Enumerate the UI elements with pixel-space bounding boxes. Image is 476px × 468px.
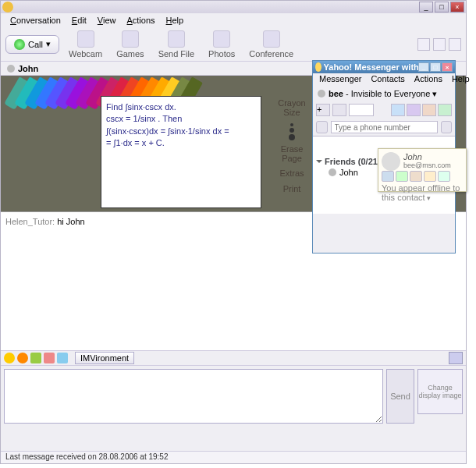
ym-sms-button[interactable] — [332, 104, 346, 116]
ym-app-icon — [315, 62, 321, 72]
sendfile-button[interactable]: Send File — [154, 29, 199, 60]
crayon-size-button[interactable]: Crayon Size — [274, 99, 310, 117]
message-input[interactable] — [4, 369, 383, 424]
erase-page-button[interactable]: Erase Page — [274, 145, 310, 163]
ym-menu-messenger[interactable]: Messenger — [316, 74, 364, 85]
crayon-palette[interactable] — [5, 76, 307, 96]
imvironment-button[interactable]: IMVironment — [75, 352, 134, 364]
radio-icon[interactable] — [422, 104, 436, 116]
im-icon[interactable] — [382, 171, 394, 182]
status-bar: Last message received on 28.08.2006 at 1… — [1, 451, 466, 463]
options-icon[interactable] — [449, 38, 461, 51]
whiteboard-controls: Crayon Size Erase Page Extras Print — [274, 99, 310, 200]
ym-title-text: Yahoo! Messenger with Voice (BETA) — [324, 62, 418, 72]
font-icon[interactable] — [44, 353, 55, 363]
send-button[interactable]: Send — [386, 369, 414, 424]
wb-line: Find ∫sinx·cscx dx. — [106, 101, 256, 113]
chevron-down-icon: ▾ — [46, 39, 51, 49]
conference-button[interactable]: Conference — [244, 29, 298, 60]
ym-search-input[interactable] — [349, 104, 374, 116]
wb-line: cscx = 1/sinx . Then — [106, 113, 256, 125]
ym-maximize-button[interactable]: □ — [430, 62, 441, 72]
add-contact-button[interactable]: + — [316, 104, 330, 116]
phone-number-input[interactable] — [331, 121, 438, 133]
participant-name: John — [18, 64, 38, 73]
contact-name: John — [339, 168, 358, 177]
whiteboard[interactable]: Find ∫sinx·cscx dx. cscx = 1/sinx . Then… — [101, 96, 261, 208]
ym-menu-contacts[interactable]: Contacts — [368, 74, 407, 85]
app-icon — [2, 2, 13, 12]
phone-icon — [14, 39, 25, 50]
calendar-icon[interactable] — [407, 104, 421, 116]
wb-line: = ∫1·dx = x + C. — [106, 137, 256, 149]
call-label: Call — [28, 40, 43, 49]
menu-view[interactable]: View — [93, 15, 121, 26]
games-button[interactable]: Games — [112, 29, 148, 60]
minimize-button[interactable]: _ — [419, 2, 433, 12]
menu-help[interactable]: Help — [162, 15, 189, 26]
phone-dial-button[interactable] — [441, 121, 453, 133]
ym-menubar: Messenger Contacts Actions Help — [313, 73, 455, 86]
buzz-icon[interactable] — [30, 353, 41, 363]
ym-status-row[interactable]: bee - Invisible to Everyone ▾ — [313, 86, 455, 101]
more-icon[interactable] — [424, 171, 436, 182]
contact-tooltip: John bee@msn.com You appear offline to t… — [378, 148, 467, 192]
menu-actions[interactable]: Actions — [122, 15, 159, 26]
menu-edit[interactable]: Edit — [67, 15, 91, 26]
ym-presence-icon — [318, 90, 325, 98]
format-bar: IMVironment — [1, 350, 466, 366]
ym-menu-help[interactable]: Help — [449, 74, 473, 85]
menu-conversation[interactable]: CConversationonversation — [5, 15, 66, 26]
conference-icon — [263, 30, 280, 48]
favorite-icon[interactable] — [433, 38, 446, 51]
photos-button[interactable]: Photos — [204, 29, 240, 60]
close-button[interactable]: × — [450, 2, 464, 12]
launchcast-icon[interactable] — [438, 104, 452, 116]
maximize-button[interactable]: □ — [435, 2, 449, 12]
print-button[interactable]: Print — [274, 185, 310, 194]
games-icon — [122, 30, 139, 48]
call-button[interactable]: Call ▾ — [5, 35, 59, 54]
menubar: CConversationonversation Edit View Actio… — [1, 13, 466, 27]
emoticon-icon[interactable] — [17, 353, 28, 363]
ym-toolbar: + — [313, 101, 455, 119]
video-icon[interactable] — [410, 171, 422, 182]
smiley-icon[interactable] — [4, 353, 15, 363]
message-text: hi John — [57, 217, 84, 226]
user-picture-icon[interactable] — [449, 352, 463, 364]
avatar — [382, 152, 400, 171]
input-area: Send Change display image — [1, 366, 466, 427]
message-sender: Helen_Tutor: — [5, 217, 55, 226]
sendfile-icon — [168, 30, 185, 48]
change-display-image[interactable]: Change display image — [417, 369, 463, 414]
webcam-button[interactable]: Webcam — [64, 29, 107, 60]
mail-icon[interactable] — [391, 104, 405, 116]
webcam-icon — [77, 30, 94, 48]
titlebar[interactable]: _ □ × — [1, 1, 466, 13]
color-icon[interactable] — [57, 353, 68, 363]
tooltip-email: bee@msn.com — [403, 161, 463, 169]
profile-icon[interactable] — [438, 171, 450, 182]
ym-menu-actions[interactable]: Actions — [411, 74, 446, 85]
phone-call-button[interactable] — [316, 121, 328, 133]
ym-phone-bar — [313, 119, 455, 136]
history-icon[interactable] — [417, 38, 430, 51]
call-icon[interactable] — [396, 171, 408, 182]
extras-button[interactable]: Extras — [274, 169, 310, 179]
ym-minimize-button[interactable]: _ — [418, 62, 429, 72]
ym-close-button[interactable]: × — [442, 62, 453, 72]
ym-titlebar[interactable]: Yahoo! Messenger with Voice (BETA) _ □ × — [313, 61, 455, 73]
toolbar: Call ▾ Webcam Games Send File Photos Con… — [1, 27, 466, 62]
expand-icon — [316, 160, 322, 163]
photos-icon — [213, 30, 230, 48]
tooltip-status: You appear offline to this contact ▾ — [382, 183, 463, 202]
contact-presence-icon — [329, 168, 336, 176]
presence-icon — [7, 65, 15, 73]
wb-line: ∫(sinx·cscx)dx = ∫sinx·1/sinx dx = — [106, 126, 256, 137]
